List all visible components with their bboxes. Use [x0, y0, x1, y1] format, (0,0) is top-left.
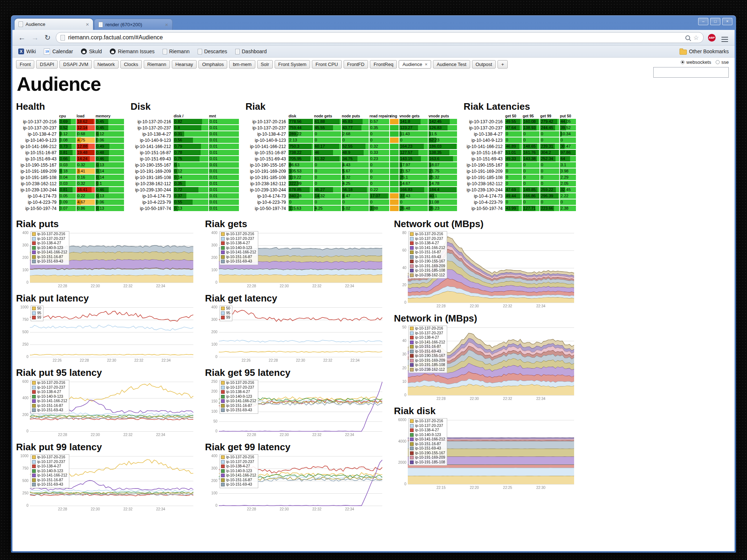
- adblock-extension-icon[interactable]: ABP: [708, 34, 716, 42]
- dash-tab-audience[interactable]: Audience×: [399, 60, 431, 69]
- url-text[interactable]: riemann.corp.factual.com/#Audience: [68, 34, 682, 41]
- dash-tab-plus[interactable]: +: [498, 60, 508, 69]
- legend-entry[interactable]: ip-10-190-155-167: [410, 259, 445, 264]
- legend-entry[interactable]: ip-10-137-20-237: [410, 237, 445, 241]
- bookmark-descartes[interactable]: Descartes: [198, 48, 227, 54]
- dash-tab-dsapi-jvm[interactable]: DSAPI JVM: [59, 60, 92, 69]
- legend-entry[interactable]: ip-10-137-20-237: [410, 331, 445, 336]
- maximize-button[interactable]: □: [710, 18, 720, 25]
- legend-entry[interactable]: ip-10-151-16-87: [32, 255, 67, 260]
- dash-tab-audience-test[interactable]: Audience Test: [433, 60, 470, 69]
- search-icon[interactable]: [685, 35, 690, 40]
- legend-entry[interactable]: ip-10-140-9-123: [32, 246, 67, 250]
- legend-entry[interactable]: ip-10-151-16-87: [410, 345, 445, 349]
- legend-entry[interactable]: ip-10-140-9-123: [32, 394, 67, 399]
- legend-entry[interactable]: ip-10-151-16-87: [410, 250, 445, 255]
- dashboard-view-selector[interactable]: [653, 67, 729, 78]
- legend-entry[interactable]: ip-10-151-16-87: [221, 404, 256, 408]
- legend-entry[interactable]: ip-10-140-9-123: [221, 394, 256, 399]
- radio-icon[interactable]: [681, 60, 685, 64]
- radio-icon[interactable]: [716, 60, 720, 64]
- dash-tab-front-cpu[interactable]: Front CPU: [312, 60, 341, 69]
- legend-entry[interactable]: ip-10-137-20-216: [221, 232, 256, 237]
- dash-tab-omphalos[interactable]: Omphalos: [198, 60, 227, 69]
- legend-entry[interactable]: ip-10-191-169-209: [410, 455, 445, 460]
- legend-entry[interactable]: ip-10-151-69-43: [221, 408, 256, 413]
- legend-entry[interactable]: ip-10-138-4-27: [221, 390, 256, 394]
- legend-entry[interactable]: ip-10-141-166-212: [221, 250, 256, 255]
- legend-entry[interactable]: ip-10-238-162-112: [410, 368, 445, 372]
- legend-entry[interactable]: ip-10-141-166-212: [32, 250, 67, 255]
- legend-entry[interactable]: ip-10-138-4-27: [32, 390, 67, 394]
- legend-entry[interactable]: ip-10-137-20-216: [32, 232, 67, 237]
- address-bar[interactable]: riemann.corp.factual.com/#Audience ☆: [56, 32, 704, 43]
- browser-tab-render-670-200[interactable]: render (670×200)×: [94, 19, 173, 30]
- legend-entry[interactable]: ip-10-138-4-27: [410, 428, 445, 433]
- legend-entry[interactable]: ip-10-138-4-27: [221, 241, 256, 246]
- dash-tab-frontreq[interactable]: FrontReq: [370, 60, 397, 69]
- legend-entry[interactable]: ip-10-137-20-216: [410, 419, 445, 424]
- bookmark-riemann-issues[interactable]: Riemann Issues: [110, 48, 154, 54]
- legend-entry[interactable]: ip-10-141-166-212: [221, 399, 256, 404]
- legend-entry[interactable]: ip-10-151-69-43: [410, 446, 445, 451]
- legend-entry[interactable]: ip-10-151-69-43: [32, 259, 67, 264]
- dash-tab-outpost[interactable]: Outpost: [472, 60, 496, 69]
- dash-tab-hearsay[interactable]: Hearsay: [172, 60, 197, 69]
- legend-entry[interactable]: ip-10-151-16-87: [221, 478, 256, 483]
- dash-tab-front-system[interactable]: Front System: [275, 60, 310, 69]
- legend-entry[interactable]: 99: [221, 315, 230, 320]
- legend-entry[interactable]: ip-10-137-20-216: [410, 326, 445, 331]
- legend-entry[interactable]: ip-10-151-69-43: [221, 482, 256, 487]
- legend-entry[interactable]: ip-10-137-20-237: [32, 237, 67, 241]
- legend-entry[interactable]: ip-10-137-20-237: [32, 460, 67, 464]
- legend-entry[interactable]: ip-10-138-4-27: [410, 241, 445, 246]
- legend-entry[interactable]: ip-10-141-166-212: [32, 399, 67, 404]
- legend-entry[interactable]: ip-10-151-69-43: [410, 349, 445, 354]
- legend-entry[interactable]: ip-10-151-69-43: [32, 482, 67, 487]
- dash-tab-close-icon[interactable]: ×: [425, 62, 428, 67]
- dash-tab-network[interactable]: Network: [94, 60, 119, 69]
- legend-entry[interactable]: 99: [32, 315, 41, 320]
- legend-entry[interactable]: ip-10-137-20-237: [410, 424, 445, 428]
- dash-tab-front[interactable]: Front: [16, 60, 34, 69]
- dash-tab-solr[interactable]: Solr: [257, 60, 273, 69]
- forward-button[interactable]: →: [31, 34, 39, 42]
- bookmark-riemann[interactable]: Riemann: [163, 48, 190, 54]
- reload-button[interactable]: ↻: [44, 33, 51, 42]
- tab-close-icon[interactable]: ×: [86, 21, 89, 27]
- legend-entry[interactable]: ip-10-137-20-237: [221, 385, 256, 390]
- bookmark-calendar[interactable]: 19Calendar: [44, 48, 73, 55]
- bookmark-skuld[interactable]: Skuld: [81, 48, 102, 54]
- dash-tab-dsapi[interactable]: DSAPI: [36, 60, 58, 69]
- bookmark-wiki[interactable]: XWiki: [18, 48, 36, 54]
- legend-entry[interactable]: ip-10-137-20-216: [32, 455, 67, 460]
- other-bookmarks-button[interactable]: Other Bookmarks: [680, 48, 729, 55]
- legend-entry[interactable]: ip-10-137-20-216: [221, 381, 256, 385]
- legend-entry[interactable]: ip-10-140-9-123: [221, 469, 256, 474]
- legend-entry[interactable]: ip-10-137-20-216: [410, 232, 445, 237]
- window-titlebar[interactable]: Audience×render (670×200)× – □ ×: [11, 15, 736, 30]
- dash-tab-frontfd[interactable]: FrontFD: [344, 60, 368, 69]
- legend-entry[interactable]: ip-10-151-69-43: [221, 259, 256, 264]
- legend-entry[interactable]: ip-10-151-16-87: [32, 404, 67, 408]
- dash-tab-clocks[interactable]: Clocks: [120, 60, 142, 69]
- back-button[interactable]: ←: [18, 34, 26, 42]
- dash-tab-bm-mem[interactable]: bm-mem: [229, 60, 255, 69]
- legend-entry[interactable]: ip-10-141-166-212: [221, 473, 256, 478]
- minimize-button[interactable]: –: [698, 18, 708, 25]
- legend-entry[interactable]: ip-10-137-20-216: [221, 455, 256, 460]
- legend-entry[interactable]: ip-10-151-69-43: [32, 408, 67, 413]
- legend-entry[interactable]: ip-10-141-166-212: [410, 246, 445, 250]
- legend-entry[interactable]: ip-10-190-155-167: [410, 451, 445, 456]
- legend-entry[interactable]: ip-10-191-185-108: [410, 268, 445, 273]
- legend-entry[interactable]: ip-10-141-166-212: [410, 340, 445, 345]
- legend-entry[interactable]: 50: [32, 306, 41, 311]
- legend-entry[interactable]: 50: [221, 306, 230, 311]
- legend-entry[interactable]: ip-10-138-4-27: [410, 335, 445, 340]
- legend-entry[interactable]: 95: [221, 311, 230, 316]
- legend-entry[interactable]: ip-10-137-20-216: [32, 381, 67, 385]
- legend-entry[interactable]: ip-10-137-20-237: [221, 460, 256, 464]
- legend-entry[interactable]: ip-10-137-20-237: [221, 237, 256, 241]
- legend-entry[interactable]: ip-10-191-185-108: [410, 363, 445, 368]
- menu-button[interactable]: [720, 34, 729, 42]
